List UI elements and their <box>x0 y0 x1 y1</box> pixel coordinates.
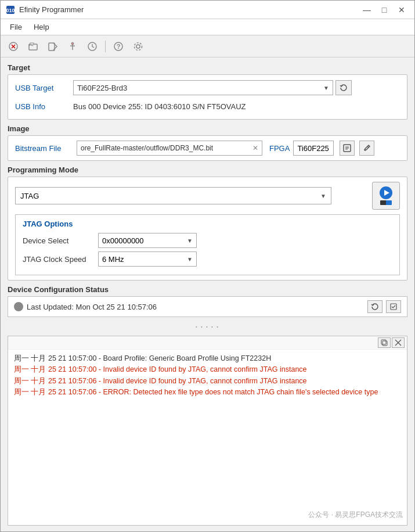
usb-info-value: Bus 000 Device 255: ID 0403:6010 S/N FT5… <box>73 102 400 111</box>
device-select-value: 0x00000000 <box>102 236 144 245</box>
log-line: 周一 十月 25 21 10:57:00 - Invalid device ID… <box>14 364 401 375</box>
status-indicator <box>14 302 23 311</box>
device-select-row: Device Select 0x00000000 ▼ <box>23 233 392 248</box>
bitstream-view-btn[interactable] <box>340 141 355 156</box>
fpga-label: FPGA <box>269 144 290 153</box>
programming-mode-section: Programming Mode JTAG ▼ <box>8 166 407 281</box>
bitstream-label: Bitstream File <box>15 144 73 153</box>
usb-target-select[interactable]: Ti60F225-Brd3 ▼ <box>73 80 333 95</box>
svg-point-14 <box>136 45 140 48</box>
menu-help[interactable]: Help <box>29 21 54 33</box>
minimize-button[interactable]: — <box>359 3 375 17</box>
svg-rect-6 <box>30 43 34 45</box>
target-section: Target USB Target Ti60F225-Brd3 ▼ <box>8 63 407 120</box>
play-triangle <box>384 190 389 196</box>
target-section-label: Target <box>8 63 407 72</box>
image-section-label: Image <box>8 124 407 133</box>
bitstream-file-field[interactable]: ore_FullRate-master/outflow/DDR3_MC.bit … <box>77 141 262 156</box>
window-title: Efinity Programmer <box>19 5 359 14</box>
svg-point-10 <box>71 42 74 45</box>
menu-file[interactable]: File <box>5 21 27 33</box>
title-bar: 010 Efinity Programmer — □ ✕ <box>1 1 414 19</box>
programming-mode-label: Programming Mode <box>8 166 407 174</box>
jtag-options-title: JTAG Options <box>23 220 392 228</box>
image-panel: Bitstream File ore_FullRate-master/outfl… <box>8 135 407 161</box>
svg-rect-21 <box>391 304 396 310</box>
usb-target-row: USB Target Ti60F225-Brd3 ▼ <box>15 80 400 96</box>
usb-target-refresh-btn[interactable] <box>335 80 352 95</box>
toolbar-pin-btn[interactable] <box>64 38 81 55</box>
device-select-arrow: ▼ <box>187 238 193 244</box>
toolbar-close-btn[interactable] <box>5 38 21 55</box>
resize-indicator: • • • • • <box>196 324 219 329</box>
jtag-options-panel: JTAG Options Device Select 0x00000000 ▼ … <box>15 214 400 275</box>
svg-rect-23 <box>381 340 386 344</box>
toolbar-settings-btn[interactable] <box>130 38 146 55</box>
programming-mode-select[interactable]: JTAG ▼ <box>15 187 331 204</box>
bitstream-edit-btn[interactable] <box>359 141 374 156</box>
clock-speed-row: JTAG Clock Speed 6 MHz ▼ <box>23 251 392 267</box>
log-resize-bar[interactable]: • • • • • <box>8 322 407 331</box>
device-config-label: Device Configuration Status <box>8 285 407 294</box>
svg-text:010: 010 <box>6 8 15 13</box>
run-button[interactable] <box>372 182 400 210</box>
fpga-value: Ti60F225 <box>293 141 334 156</box>
close-button[interactable]: ✕ <box>394 3 410 17</box>
log-clear-btn[interactable] <box>392 337 405 348</box>
programming-mode-panel: JTAG ▼ JTAG Options Device Select <box>8 177 407 281</box>
main-content: Target USB Target Ti60F225-Brd3 ▼ <box>1 57 414 531</box>
clock-speed-combo[interactable]: 6 MHz ▼ <box>98 251 197 267</box>
usb-target-label: USB Target <box>15 84 73 92</box>
clear-bitstream-btn[interactable]: ✕ <box>252 144 258 152</box>
toolbar-export-btn[interactable] <box>45 38 61 55</box>
log-line: 周一 十月 25 21 10:57:06 - Invalid device ID… <box>14 376 401 387</box>
clock-speed-arrow: ▼ <box>187 256 193 263</box>
svg-rect-22 <box>382 341 387 346</box>
toolbar-help-btn[interactable]: ? <box>110 38 127 55</box>
status-refresh-btn[interactable] <box>367 300 382 313</box>
usb-info-row: USB Info Bus 000 Device 255: ID 0403:601… <box>15 98 400 114</box>
device-config-section: Device Configuration Status Last Updated… <box>8 285 407 317</box>
bitstream-path: ore_FullRate-master/outflow/DDR3_MC.bit <box>81 144 213 152</box>
status-bar: Last Updated: Mon Oct 25 21 10:57:06 <box>8 296 407 317</box>
usb-info-label: USB Info <box>15 102 73 111</box>
clock-speed-value: 6 MHz <box>102 255 124 264</box>
toolbar-separator <box>105 41 106 52</box>
log-line: 周一 十月 25 21 10:57:06 - ERROR: Detected h… <box>14 387 401 398</box>
svg-point-15 <box>135 42 142 50</box>
usb-target-arrow: ▼ <box>323 85 329 91</box>
log-header <box>8 336 407 350</box>
svg-line-20 <box>367 146 369 148</box>
log-copy-btn[interactable] <box>378 337 391 348</box>
status-text: Last Updated: Mon Oct 25 21 10:57:06 <box>27 303 364 311</box>
window-controls: — □ ✕ <box>359 3 410 17</box>
status-save-btn[interactable] <box>386 300 401 313</box>
device-select-label: Device Select <box>23 236 98 245</box>
toolbar: ? <box>1 35 414 57</box>
maximize-button[interactable]: □ <box>376 3 392 17</box>
programming-mode-value: JTAG <box>20 192 39 200</box>
programming-mode-row: JTAG ▼ <box>15 182 400 210</box>
image-section: Image Bitstream File ore_FullRate-master… <box>8 124 407 161</box>
toolbar-history-btn[interactable] <box>84 38 100 55</box>
device-select-combo[interactable]: 0x00000000 ▼ <box>98 233 197 248</box>
log-content: 周一 十月 25 21 10:57:00 - Board Profile: Ge… <box>8 350 407 525</box>
log-line: 周一 十月 25 21 10:57:00 - Board Profile: Ge… <box>14 353 401 364</box>
toolbar-open-btn[interactable] <box>25 38 41 55</box>
menu-bar: File Help <box>1 19 414 35</box>
usb-target-combo: Ti60F225-Brd3 ▼ <box>73 80 352 95</box>
run-icon <box>380 186 392 199</box>
run-indicator <box>380 200 392 205</box>
bitstream-row: Bitstream File ore_FullRate-master/outfl… <box>15 141 400 156</box>
log-panel: 周一 十月 25 21 10:57:00 - Board Profile: Ge… <box>8 336 407 526</box>
app-icon: 010 <box>5 5 16 15</box>
programming-mode-arrow: ▼ <box>320 193 326 199</box>
target-panel: USB Target Ti60F225-Brd3 ▼ USB Info Bus … <box>8 74 407 120</box>
svg-text:?: ? <box>117 43 121 50</box>
clock-speed-label: JTAG Clock Speed <box>23 255 98 264</box>
usb-target-value: Ti60F225-Brd3 <box>77 84 127 92</box>
